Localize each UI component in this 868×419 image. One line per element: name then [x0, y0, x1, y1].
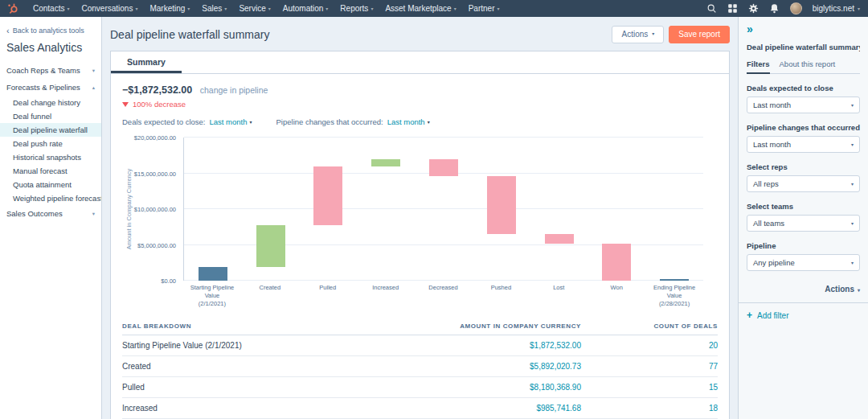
caret-down-icon: ▾	[224, 6, 227, 11]
sidebar-section-forecasts-pipelines[interactable]: Forecasts & Pipelines▴	[0, 79, 101, 96]
x-axis-label: Starting Pipeline Value (2/1/2021)	[183, 284, 241, 307]
topnav-right-cluster: biglytics.net ▾	[706, 2, 860, 14]
filter-select-value: Any pipeline	[753, 258, 795, 267]
column-header-amount: AMOUNT IN COMPANY CURRENCY	[396, 322, 581, 330]
filter-select-pipeline-changes-that-occurred[interactable]: Last month▾	[747, 136, 860, 153]
caret-down-icon: ▾	[67, 6, 69, 11]
nav-item-label: Service	[239, 4, 265, 13]
amount-link[interactable]: $985,741.68	[396, 404, 581, 413]
count-link[interactable]: 15	[581, 383, 718, 392]
amount-link[interactable]: $8,180,368.90	[396, 383, 581, 392]
nav-item-label: Automation	[283, 4, 324, 13]
waterfall-bar-pulled[interactable]	[313, 166, 342, 225]
sidebar-section-coach-reps-teams[interactable]: Coach Reps & Teams▾	[0, 62, 101, 79]
filter-select-pipeline[interactable]: Any pipeline▾	[747, 254, 860, 271]
nav-item-label: Partner	[469, 4, 495, 13]
chart-plot: Amount in Company Currency $0.00$5,000,0…	[183, 138, 703, 281]
table-row: Starting Pipeline Value (2/1/2021)$1,872…	[122, 335, 718, 356]
save-report-button[interactable]: Save report	[669, 26, 730, 43]
tab-about-this-report[interactable]: About this report	[780, 60, 836, 73]
waterfall-bar-increased[interactable]	[371, 159, 400, 166]
sidebar-item-deal-push-rate[interactable]: Deal push rate	[0, 137, 101, 150]
sidebar-section-label: Sales Outcomes	[6, 209, 63, 218]
chevron-left-icon: ‹	[6, 27, 10, 35]
waterfall-bar-decreased[interactable]	[429, 159, 458, 176]
amount-link[interactable]: $1,872,532.00	[396, 341, 581, 350]
nav-item-conversations[interactable]: Conversations▾	[81, 4, 137, 13]
nav-item-marketing[interactable]: Marketing▾	[149, 4, 190, 13]
marketplace-grid-icon[interactable]	[727, 3, 738, 14]
tab-summary[interactable]: Summary	[111, 51, 182, 73]
count-link[interactable]: 77	[581, 362, 718, 371]
caret-down-icon: ▾	[497, 6, 499, 11]
nav-item-contacts[interactable]: Contacts▾	[33, 4, 69, 13]
sidebar-item-deal-change-history[interactable]: Deal change history	[0, 96, 101, 109]
waterfall-bar-created[interactable]	[256, 225, 285, 267]
nav-item-asset-marketplace[interactable]: Asset Marketplace▾	[385, 4, 456, 13]
pipeline-change-value: −$1,872,532.00	[122, 84, 192, 96]
collapse-panel-icon[interactable]: »	[747, 23, 860, 35]
actions-button[interactable]: Actions ▾	[612, 26, 664, 43]
search-icon[interactable]	[706, 3, 717, 14]
inline-filter-dropdown[interactable]: Last month▾	[210, 117, 252, 126]
sidebar-section-sales-outcomes[interactable]: Sales Outcomes▾	[0, 205, 101, 222]
nav-item-service[interactable]: Service▾	[239, 4, 270, 13]
sidebar-item-manual-forecast[interactable]: Manual forecast	[0, 164, 101, 178]
report-body: −$1,872,532.00 change in pipeline 100% d…	[111, 74, 729, 419]
add-filter-button[interactable]: + Add filter	[747, 310, 860, 320]
panel-divider	[739, 302, 868, 303]
account-menu[interactable]: biglytics.net ▾	[813, 4, 860, 13]
filter-group-deals-expected-to-close: Deals expected to closeLast month▾	[747, 84, 860, 113]
filter-select-select-teams[interactable]: All teams▾	[747, 215, 860, 232]
sidebar-item-deal-pipeline-waterfall[interactable]: Deal pipeline waterfall	[0, 123, 101, 137]
waterfall-bar-won[interactable]	[602, 244, 631, 281]
sidebar-title: Sales Analytics	[0, 35, 101, 62]
waterfall-bar-starting-pipeline-value-2-1-2021[interactable]	[199, 267, 227, 281]
hubspot-sprocket-logo[interactable]	[8, 3, 18, 14]
caret-down-icon: ▾	[187, 6, 190, 11]
waterfall-chart: Amount in Company Currency $0.00$5,000,0…	[122, 138, 718, 307]
count-link[interactable]: 20	[581, 341, 718, 350]
filter-group-label: Select reps	[747, 162, 860, 171]
back-to-analytics-link[interactable]: ‹ Back to analytics tools	[0, 17, 101, 35]
y-axis-tick-label: $20,000,000.00	[134, 134, 176, 142]
amount-link[interactable]: $5,892,020.73	[396, 362, 581, 371]
sidebar-item-weighted-pipeline-forecast[interactable]: Weighted pipeline forecast	[0, 191, 101, 205]
sidebar-item-deal-funnel[interactable]: Deal funnel	[0, 109, 101, 123]
sidebar-item-quota-attainment[interactable]: Quota attainment	[0, 178, 101, 191]
change-summary: −$1,872,532.00 change in pipeline 100% d…	[122, 82, 718, 109]
nav-item-sales[interactable]: Sales▾	[202, 4, 227, 13]
nav-item-automation[interactable]: Automation▾	[283, 4, 329, 13]
inline-filter-dropdown[interactable]: Last month▾	[387, 117, 430, 126]
nav-item-reports[interactable]: Reports▾	[340, 4, 373, 13]
sidebar-section-label: Forecasts & Pipelines	[6, 83, 80, 92]
tab-filters[interactable]: Filters	[747, 60, 770, 74]
settings-gear-icon[interactable]	[748, 3, 759, 14]
nav-item-partner[interactable]: Partner▾	[469, 4, 500, 13]
account-name: biglytics.net	[813, 4, 854, 13]
back-link-label: Back to analytics tools	[13, 27, 84, 35]
caret-down-icon: ▾	[250, 119, 252, 125]
y-axis-tick-label: $10,000,000.00	[134, 206, 176, 213]
nav-item-label: Asset Marketplace	[385, 4, 451, 13]
count-link[interactable]: 18	[581, 404, 718, 413]
notifications-bell-icon[interactable]	[769, 3, 780, 14]
caret-down-icon: ▾	[135, 6, 137, 11]
row-label: Created	[122, 362, 396, 371]
sidebar-item-historical-snapshots[interactable]: Historical snapshots	[0, 150, 101, 164]
page-title: Deal pipeline waterfall summary	[110, 28, 269, 41]
filter-select-value: Last month	[753, 101, 791, 109]
filter-select-deals-expected-to-close[interactable]: Last month▾	[747, 97, 860, 113]
x-axis-label: Decreased	[415, 284, 473, 307]
waterfall-bar-lost[interactable]	[545, 234, 574, 244]
sidebar-nav: Coach Reps & Teams▾Forecasts & Pipelines…	[0, 62, 101, 222]
actions-button-label: Actions	[621, 30, 648, 39]
plus-icon: +	[747, 310, 752, 320]
avatar[interactable]	[790, 2, 802, 14]
panel-actions-dropdown[interactable]: Actions▾	[747, 285, 860, 294]
caret-down-icon: ▾	[851, 260, 854, 265]
filter-select-select-reps[interactable]: All reps▾	[747, 175, 860, 192]
waterfall-bar-ending-pipeline-value-2-28-2021[interactable]	[660, 279, 689, 281]
table-body: Starting Pipeline Value (2/1/2021)$1,872…	[122, 335, 718, 419]
waterfall-bar-pushed[interactable]	[487, 176, 516, 234]
